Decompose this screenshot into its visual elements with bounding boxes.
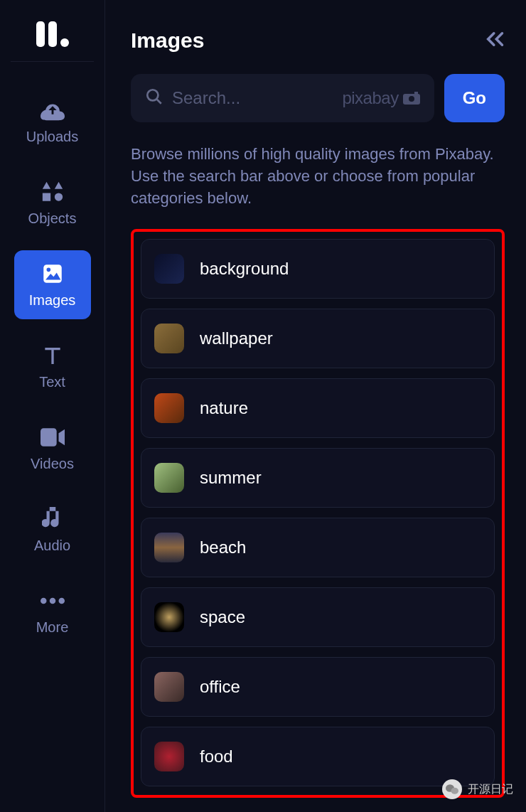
svg-point-3 xyxy=(49,598,55,604)
category-thumb xyxy=(154,393,184,423)
category-label: space xyxy=(200,607,245,627)
watermark-text: 开源日记 xyxy=(468,782,513,797)
sidebar-item-text[interactable]: Text xyxy=(14,332,91,401)
category-item-beach[interactable]: beach xyxy=(141,518,495,577)
category-item-office[interactable]: office xyxy=(141,657,495,717)
category-item-wallpaper[interactable]: wallpaper xyxy=(141,309,495,368)
svg-point-5 xyxy=(147,90,158,100)
search-input[interactable] xyxy=(172,88,342,108)
nav-label: Uploads xyxy=(26,129,78,145)
nav-label: Videos xyxy=(31,456,74,472)
more-icon xyxy=(40,588,65,614)
svg-rect-0 xyxy=(43,265,62,283)
category-label: background xyxy=(200,259,289,279)
category-label: nature xyxy=(200,398,248,418)
sidebar-item-audio[interactable]: Audio xyxy=(14,496,91,565)
category-item-nature[interactable]: nature xyxy=(141,378,495,438)
nav-label: Images xyxy=(29,292,76,309)
search-row: pixabay Go xyxy=(131,74,505,122)
svg-rect-7 xyxy=(414,92,418,95)
sidebar-item-more[interactable]: More xyxy=(14,577,91,646)
video-icon xyxy=(40,424,65,450)
svg-rect-1 xyxy=(41,428,57,447)
category-label: wallpaper xyxy=(200,328,273,348)
main-panel: Images pixabay Go Browse millions of hig… xyxy=(105,0,526,812)
nav-label: Audio xyxy=(34,538,70,554)
cloud-upload-icon xyxy=(40,97,65,123)
category-label: summer xyxy=(200,468,262,488)
category-item-summer[interactable]: summer xyxy=(141,448,495,508)
category-thumb xyxy=(154,533,184,562)
category-thumb xyxy=(154,742,184,771)
category-label: food xyxy=(200,747,233,766)
panel-description: Browse millions of high quality images f… xyxy=(131,144,505,209)
shapes-icon xyxy=(40,179,65,205)
music-icon xyxy=(40,506,65,532)
text-icon xyxy=(40,343,65,368)
nav-label: Objects xyxy=(28,210,77,227)
sidebar-item-videos[interactable]: Videos xyxy=(14,414,91,483)
collapse-panel-icon[interactable] xyxy=(485,31,505,50)
category-item-space[interactable]: space xyxy=(141,587,495,647)
category-thumb xyxy=(154,254,184,284)
sidebar-item-uploads[interactable]: Uploads xyxy=(14,87,91,156)
nav-label: Text xyxy=(39,374,65,390)
svg-point-2 xyxy=(41,598,47,604)
app-logo xyxy=(11,21,95,62)
svg-point-8 xyxy=(409,96,414,102)
category-thumb xyxy=(154,463,184,493)
search-box[interactable]: pixabay xyxy=(131,74,434,122)
go-button[interactable]: Go xyxy=(444,74,505,122)
pixabay-provider-label: pixabay xyxy=(342,88,419,108)
category-label: beach xyxy=(200,538,246,557)
category-thumb xyxy=(154,672,184,702)
category-thumb xyxy=(154,324,184,353)
nav-label: More xyxy=(36,619,69,636)
category-item-food[interactable]: food xyxy=(141,727,495,786)
wechat-icon xyxy=(442,779,462,799)
sidebar-item-objects[interactable]: Objects xyxy=(14,169,91,237)
panel-header: Images xyxy=(131,28,505,53)
category-label: office xyxy=(200,677,240,697)
search-icon xyxy=(145,87,163,109)
category-thumb xyxy=(154,602,184,632)
svg-point-4 xyxy=(58,598,65,604)
camera-icon xyxy=(403,92,420,105)
panel-title: Images xyxy=(131,28,204,53)
sidebar-item-images[interactable]: Images xyxy=(14,250,91,319)
watermark-badge: 开源日记 xyxy=(442,779,513,799)
categories-list: background wallpaper nature summer beach… xyxy=(131,229,505,798)
image-icon xyxy=(40,261,65,287)
category-item-background[interactable]: background xyxy=(141,239,495,299)
svg-point-10 xyxy=(451,788,459,794)
sidebar-nav: Uploads Objects Images Text Videos Audio xyxy=(0,0,105,812)
